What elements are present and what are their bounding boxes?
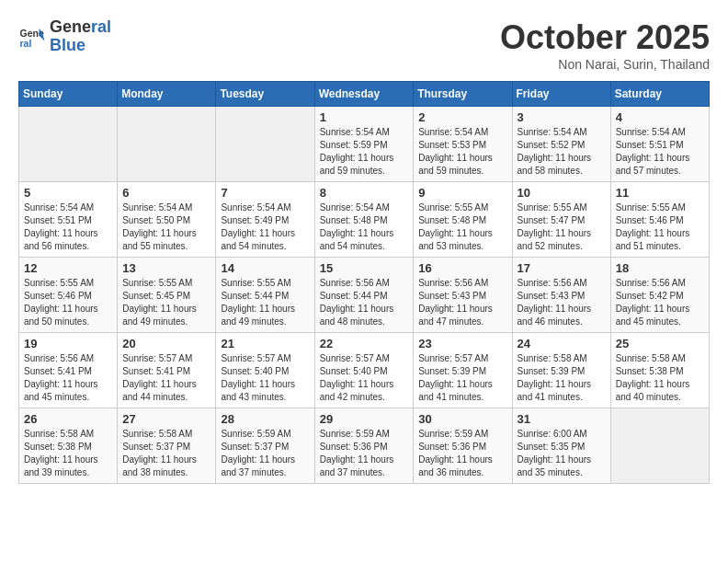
day-number: 11 (616, 186, 704, 200)
day-number: 8 (320, 186, 409, 200)
day-cell: 21Sunrise: 5:57 AM Sunset: 5:40 PM Dayli… (216, 333, 314, 408)
day-number: 19 (24, 337, 112, 350)
day-number: 21 (221, 337, 309, 350)
day-cell: 16Sunrise: 5:56 AM Sunset: 5:43 PM Dayli… (414, 258, 512, 333)
week-row-4: 19Sunrise: 5:56 AM Sunset: 5:41 PM Dayli… (19, 333, 710, 408)
logo-text: General Blue (50, 18, 111, 55)
day-cell: 15Sunrise: 5:56 AM Sunset: 5:44 PM Dayli… (314, 258, 414, 333)
day-info: Sunrise: 5:57 AM Sunset: 5:41 PM Dayligh… (122, 352, 210, 404)
day-info: Sunrise: 5:55 AM Sunset: 5:46 PM Dayligh… (24, 277, 112, 328)
day-cell: 6Sunrise: 5:54 AM Sunset: 5:50 PM Daylig… (118, 182, 216, 258)
day-cell: 17Sunrise: 5:56 AM Sunset: 5:43 PM Dayli… (512, 258, 610, 333)
day-number: 17 (518, 261, 606, 275)
day-number: 9 (418, 186, 506, 200)
day-cell: 26Sunrise: 5:58 AM Sunset: 5:38 PM Dayli… (19, 408, 118, 484)
day-number: 26 (24, 412, 112, 426)
svg-text:ral: ral (20, 37, 32, 48)
day-cell (19, 107, 118, 182)
day-number: 25 (616, 337, 704, 350)
day-number: 5 (24, 186, 112, 200)
day-number: 30 (418, 412, 506, 426)
day-cell: 27Sunrise: 5:58 AM Sunset: 5:37 PM Dayli… (118, 408, 216, 484)
day-info: Sunrise: 5:56 AM Sunset: 5:41 PM Dayligh… (24, 352, 112, 404)
day-info: Sunrise: 5:54 AM Sunset: 5:52 PM Dayligh… (518, 126, 606, 178)
day-info: Sunrise: 5:56 AM Sunset: 5:44 PM Dayligh… (320, 277, 409, 328)
day-info: Sunrise: 5:54 AM Sunset: 5:50 PM Dayligh… (122, 201, 210, 253)
day-cell (216, 107, 314, 182)
day-cell: 31Sunrise: 6:00 AM Sunset: 5:35 PM Dayli… (512, 408, 610, 484)
header-thursday: Thursday (414, 82, 512, 107)
header-tuesday: Tuesday (216, 82, 314, 107)
calendar-table: SundayMondayTuesdayWednesdayThursdayFrid… (18, 81, 710, 484)
day-cell: 18Sunrise: 5:56 AM Sunset: 5:42 PM Dayli… (610, 258, 709, 333)
logo: Gene ral General Blue (18, 18, 111, 55)
day-cell: 30Sunrise: 5:59 AM Sunset: 5:36 PM Dayli… (414, 408, 512, 484)
day-cell: 24Sunrise: 5:58 AM Sunset: 5:39 PM Dayli… (512, 333, 610, 408)
day-info: Sunrise: 5:55 AM Sunset: 5:44 PM Dayligh… (221, 277, 309, 328)
day-info: Sunrise: 5:59 AM Sunset: 5:37 PM Dayligh… (221, 428, 309, 479)
week-row-1: 1Sunrise: 5:54 AM Sunset: 5:59 PM Daylig… (19, 107, 710, 182)
day-cell: 8Sunrise: 5:54 AM Sunset: 5:48 PM Daylig… (314, 182, 414, 258)
day-info: Sunrise: 6:00 AM Sunset: 5:35 PM Dayligh… (518, 428, 606, 479)
day-cell: 12Sunrise: 5:55 AM Sunset: 5:46 PM Dayli… (19, 258, 118, 333)
title-section: October 2025 Non Narai, Surin, Thailand (500, 18, 710, 72)
header-friday: Friday (512, 82, 610, 107)
day-cell: 9Sunrise: 5:55 AM Sunset: 5:48 PM Daylig… (414, 182, 512, 258)
day-number: 6 (122, 186, 210, 200)
day-info: Sunrise: 5:55 AM Sunset: 5:47 PM Dayligh… (518, 201, 606, 253)
day-number: 22 (320, 337, 409, 350)
header-wednesday: Wednesday (314, 82, 414, 107)
day-cell: 20Sunrise: 5:57 AM Sunset: 5:41 PM Dayli… (118, 333, 216, 408)
day-number: 23 (418, 337, 506, 350)
day-cell: 25Sunrise: 5:58 AM Sunset: 5:38 PM Dayli… (610, 333, 709, 408)
month-title: October 2025 (500, 18, 710, 57)
day-info: Sunrise: 5:57 AM Sunset: 5:40 PM Dayligh… (221, 352, 309, 404)
header-sunday: Sunday (19, 82, 118, 107)
day-number: 29 (320, 412, 409, 426)
day-number: 24 (518, 337, 606, 350)
day-info: Sunrise: 5:55 AM Sunset: 5:46 PM Dayligh… (616, 201, 704, 253)
header-saturday: Saturday (610, 82, 709, 107)
day-cell: 2Sunrise: 5:54 AM Sunset: 5:53 PM Daylig… (414, 107, 512, 182)
day-info: Sunrise: 5:56 AM Sunset: 5:43 PM Dayligh… (418, 277, 506, 328)
day-cell (610, 408, 709, 484)
day-cell: 19Sunrise: 5:56 AM Sunset: 5:41 PM Dayli… (19, 333, 118, 408)
day-cell: 28Sunrise: 5:59 AM Sunset: 5:37 PM Dayli… (216, 408, 314, 484)
week-row-5: 26Sunrise: 5:58 AM Sunset: 5:38 PM Dayli… (19, 408, 710, 484)
day-number: 16 (418, 261, 506, 275)
day-cell: 11Sunrise: 5:55 AM Sunset: 5:46 PM Dayli… (610, 182, 709, 258)
day-info: Sunrise: 5:56 AM Sunset: 5:43 PM Dayligh… (518, 277, 606, 328)
calendar-header-row: SundayMondayTuesdayWednesdayThursdayFrid… (19, 82, 710, 107)
location-subtitle: Non Narai, Surin, Thailand (500, 57, 710, 72)
day-info: Sunrise: 5:59 AM Sunset: 5:36 PM Dayligh… (418, 428, 506, 479)
day-number: 13 (122, 261, 210, 275)
day-number: 4 (616, 110, 704, 124)
page-header: Gene ral General Blue October 2025 Non N… (18, 18, 710, 72)
day-info: Sunrise: 5:58 AM Sunset: 5:37 PM Dayligh… (122, 428, 210, 479)
day-number: 18 (616, 261, 704, 275)
day-info: Sunrise: 5:54 AM Sunset: 5:51 PM Dayligh… (616, 126, 704, 178)
day-cell: 10Sunrise: 5:55 AM Sunset: 5:47 PM Dayli… (512, 182, 610, 258)
day-info: Sunrise: 5:56 AM Sunset: 5:42 PM Dayligh… (616, 277, 704, 328)
day-cell: 4Sunrise: 5:54 AM Sunset: 5:51 PM Daylig… (610, 107, 709, 182)
day-number: 2 (418, 110, 506, 124)
logo-icon: Gene ral (18, 23, 46, 51)
day-info: Sunrise: 5:57 AM Sunset: 5:40 PM Dayligh… (320, 352, 409, 404)
day-number: 27 (122, 412, 210, 426)
day-info: Sunrise: 5:58 AM Sunset: 5:38 PM Dayligh… (24, 428, 112, 479)
day-cell: 13Sunrise: 5:55 AM Sunset: 5:45 PM Dayli… (118, 258, 216, 333)
day-cell: 5Sunrise: 5:54 AM Sunset: 5:51 PM Daylig… (19, 182, 118, 258)
day-info: Sunrise: 5:54 AM Sunset: 5:51 PM Dayligh… (24, 201, 112, 253)
day-info: Sunrise: 5:57 AM Sunset: 5:39 PM Dayligh… (418, 352, 506, 404)
day-info: Sunrise: 5:58 AM Sunset: 5:38 PM Dayligh… (616, 352, 704, 404)
day-info: Sunrise: 5:59 AM Sunset: 5:36 PM Dayligh… (320, 428, 409, 479)
day-number: 31 (518, 412, 606, 426)
day-info: Sunrise: 5:55 AM Sunset: 5:45 PM Dayligh… (122, 277, 210, 328)
day-number: 1 (320, 110, 409, 124)
day-number: 28 (221, 412, 309, 426)
day-info: Sunrise: 5:54 AM Sunset: 5:49 PM Dayligh… (221, 201, 309, 253)
day-number: 14 (221, 261, 309, 275)
week-row-2: 5Sunrise: 5:54 AM Sunset: 5:51 PM Daylig… (19, 182, 710, 258)
day-cell: 7Sunrise: 5:54 AM Sunset: 5:49 PM Daylig… (216, 182, 314, 258)
day-cell: 29Sunrise: 5:59 AM Sunset: 5:36 PM Dayli… (314, 408, 414, 484)
